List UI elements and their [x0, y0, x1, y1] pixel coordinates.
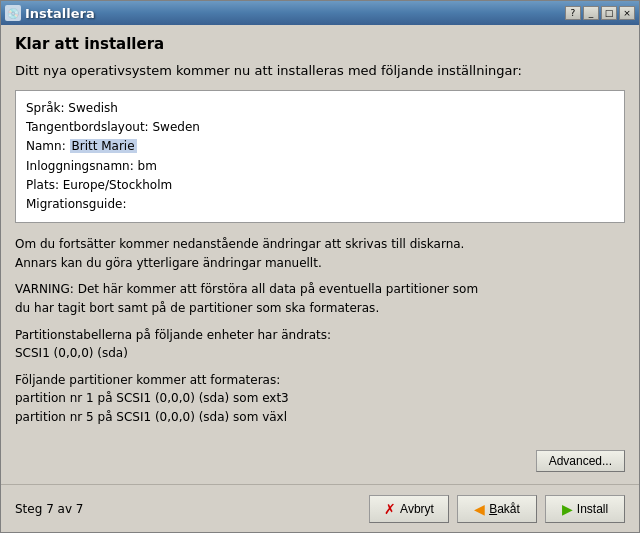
main-window: 💿 Installera ? _ □ × Klar att installera… — [0, 0, 640, 533]
description-area: Om du fortsätter kommer nedanstående änd… — [15, 231, 625, 440]
title-bar-controls: ? _ □ × — [565, 6, 635, 20]
language-value: Swedish — [68, 101, 118, 115]
install-button[interactable]: ▶ Install — [545, 495, 625, 523]
migration-row: Migrationsguide: — [26, 195, 614, 214]
back-label: Bakåt — [489, 502, 520, 516]
name-highlighted: Britt Marie — [70, 139, 137, 153]
window-content: Klar att installera Ditt nya operativsys… — [1, 25, 639, 484]
format-section: Följande partitioner kommer att formater… — [15, 371, 625, 427]
login-value: bm — [138, 159, 157, 173]
window-icon: 💿 — [5, 5, 21, 21]
login-row: Inloggningsnamn: bm — [26, 157, 614, 176]
format1: partition nr 1 på SCSI1 (0,0,0) (sda) so… — [15, 391, 289, 405]
bottom-buttons: ✗ Avbryt ◀ Bakåt ▶ Install — [369, 495, 625, 523]
location-row: Plats: Europe/Stockholm — [26, 176, 614, 195]
keyboard-value: Sweden — [152, 120, 199, 134]
language-row: Språk: Swedish — [26, 99, 614, 118]
cancel-label: Avbryt — [400, 502, 434, 516]
language-label: Språk: — [26, 101, 65, 115]
keyboard-row: Tangentbordslayout: Sweden — [26, 118, 614, 137]
step-label: Steg 7 av 7 — [15, 502, 84, 516]
advanced-button[interactable]: Advanced... — [536, 450, 625, 472]
format2: partition nr 5 på SCSI1 (0,0,0) (sda) so… — [15, 410, 287, 424]
window-title: Installera — [25, 6, 95, 21]
warning-text: VARNING: Det här kommer att förstöra all… — [15, 280, 625, 317]
login-label: Inloggningsnamn: — [26, 159, 134, 173]
install-icon: ▶ — [562, 501, 573, 517]
description-paragraph1: Om du fortsätter kommer nedanstående änd… — [15, 235, 625, 272]
back-icon: ◀ — [474, 501, 485, 517]
name-row: Namn: Britt Marie — [26, 137, 614, 156]
location-value: Europe/Stockholm — [63, 178, 172, 192]
location-label: Plats: — [26, 178, 59, 192]
migration-label: Migrationsguide: — [26, 197, 126, 211]
partition-device: SCSI1 (0,0,0) (sda) — [15, 346, 128, 360]
partition-header: Partitionstabellerna på följande enheter… — [15, 326, 625, 363]
install-label: Install — [577, 502, 608, 516]
minimize-button[interactable]: _ — [583, 6, 599, 20]
name-value: Britt Marie — [70, 139, 137, 153]
advanced-row: Advanced... — [15, 448, 625, 474]
name-label: Namn: — [26, 139, 66, 153]
bottom-bar: Steg 7 av 7 ✗ Avbryt ◀ Bakåt ▶ Install — [1, 484, 639, 532]
title-bar: 💿 Installera ? _ □ × — [1, 1, 639, 25]
page-title: Klar att installera — [15, 35, 625, 53]
cancel-icon: ✗ — [384, 501, 396, 517]
intro-text: Ditt nya operativsystem kommer nu att in… — [15, 63, 625, 78]
back-button[interactable]: ◀ Bakåt — [457, 495, 537, 523]
close-button[interactable]: × — [619, 6, 635, 20]
keyboard-label: Tangentbordslayout: — [26, 120, 149, 134]
maximize-button[interactable]: □ — [601, 6, 617, 20]
cancel-button[interactable]: ✗ Avbryt — [369, 495, 449, 523]
info-box: Språk: Swedish Tangentbordslayout: Swede… — [15, 90, 625, 223]
help-button[interactable]: ? — [565, 6, 581, 20]
title-bar-left: 💿 Installera — [5, 5, 95, 21]
